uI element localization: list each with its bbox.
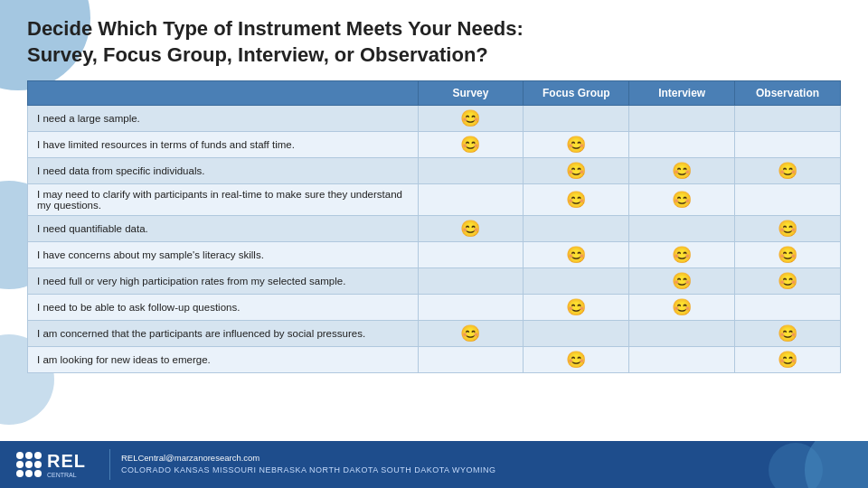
row-label: I need data from specific individuals. [28, 158, 419, 184]
row-label: I have limited resources in terms of fun… [28, 132, 419, 158]
table-row: I have limited resources in terms of fun… [28, 132, 841, 158]
table-row: I need to be able to ask follow-up quest… [28, 295, 841, 321]
row-cell-interview: 😊 [629, 295, 735, 321]
logo-dot [34, 452, 42, 459]
row-cell-interview: 😊 [629, 242, 735, 268]
logo-dot [34, 461, 42, 468]
row-cell-interview [629, 216, 735, 242]
smiley-icon: 😊 [566, 247, 586, 263]
row-cell-interview: 😊 [629, 184, 735, 216]
logo-dot [25, 461, 33, 468]
footer-divider [109, 449, 110, 480]
smiley-icon: 😊 [460, 325, 480, 342]
row-cell-interview [629, 321, 735, 347]
row-cell-observation [735, 132, 841, 158]
smiley-icon: 😊 [672, 192, 692, 208]
row-cell-interview [629, 106, 735, 132]
row-label: I need a large sample. [28, 106, 419, 132]
table-header-observation: Observation [735, 81, 841, 106]
row-cell-observation: 😊 [735, 216, 841, 242]
row-cell-survey: 😊 [418, 321, 524, 347]
row-label: I may need to clarify with participants … [28, 184, 419, 216]
smiley-icon: 😊 [778, 273, 797, 289]
table-header-interview: Interview [629, 81, 735, 106]
row-cell-focus_group [524, 106, 629, 132]
footer-info: RELCentral@marzanoresearch.com COLORADO … [121, 452, 496, 477]
table-row: I am looking for new ideas to emerge.😊😊 [28, 347, 841, 373]
row-label: I have concerns about my sample's litera… [28, 242, 419, 268]
logo-dot [16, 461, 24, 468]
smiley-icon: 😊 [672, 299, 692, 315]
smiley-icon: 😊 [566, 352, 586, 368]
row-cell-survey [418, 242, 524, 268]
smiley-icon: 😊 [566, 136, 586, 153]
logo-dot [25, 452, 33, 459]
table-row: I need a large sample.😊 [28, 106, 841, 132]
main-content: Decide Which Type of Instrument Meets Yo… [0, 0, 868, 373]
row-cell-survey [418, 184, 524, 216]
table-row: I am concerned that the participants are… [28, 321, 841, 347]
title-line2: Survey, Focus Group, Interview, or Obser… [27, 43, 488, 66]
smiley-icon: 😊 [778, 352, 797, 368]
row-cell-survey: 😊 [418, 216, 524, 242]
row-label: I need to be able to ask follow-up quest… [28, 295, 419, 321]
row-cell-focus_group [524, 216, 629, 242]
logo-text: REL [47, 451, 86, 471]
row-label: I am looking for new ideas to emerge. [28, 347, 419, 373]
logo-dots [16, 452, 42, 477]
footer-decorative-circles [687, 441, 868, 488]
row-cell-interview: 😊 [629, 158, 735, 184]
row-cell-survey [418, 347, 524, 373]
row-cell-focus_group: 😊 [524, 242, 629, 268]
logo-dot [25, 470, 33, 477]
row-cell-observation [735, 184, 841, 216]
row-cell-survey: 😊 [418, 106, 524, 132]
row-cell-observation: 😊 [735, 321, 841, 347]
table-row: I have concerns about my sample's litera… [28, 242, 841, 268]
logo-sub: CENTRAL [47, 472, 86, 478]
logo-dot [16, 452, 24, 459]
smiley-icon: 😊 [672, 163, 692, 179]
row-cell-survey: 😊 [418, 132, 524, 158]
page-title: Decide Which Type of Instrument Meets Yo… [27, 16, 841, 68]
table-header-focus-group: Focus Group [524, 81, 629, 106]
smiley-icon: 😊 [566, 163, 586, 179]
row-cell-interview [629, 347, 735, 373]
row-cell-focus_group [524, 321, 629, 347]
row-cell-focus_group [524, 268, 629, 295]
footer-email: RELCentral@marzanoresearch.com [121, 452, 496, 465]
row-cell-focus_group: 😊 [524, 347, 629, 373]
row-cell-survey [418, 158, 524, 184]
row-cell-focus_group: 😊 [524, 295, 629, 321]
row-cell-observation: 😊 [735, 268, 841, 295]
title-line1: Decide Which Type of Instrument Meets Yo… [27, 17, 524, 40]
smiley-icon: 😊 [566, 192, 586, 208]
row-cell-observation: 😊 [735, 242, 841, 268]
table-row: I need full or very high participation r… [28, 268, 841, 295]
row-cell-observation [735, 295, 841, 321]
row-cell-observation [735, 106, 841, 132]
smiley-icon: 😊 [460, 136, 480, 153]
row-label: I need full or very high participation r… [28, 268, 419, 295]
logo-dot [16, 470, 24, 477]
footer-states: COLORADO KANSAS MISSOURI NEBRASKA NORTH … [121, 465, 496, 477]
row-cell-observation: 😊 [735, 158, 841, 184]
row-label: I need quantifiable data. [28, 216, 419, 242]
row-cell-interview: 😊 [629, 268, 735, 295]
smiley-icon: 😊 [672, 273, 692, 289]
row-cell-survey [418, 268, 524, 295]
smiley-icon: 😊 [566, 299, 586, 315]
smiley-icon: 😊 [778, 163, 797, 179]
footer-logo: REL CENTRAL [16, 452, 86, 478]
smiley-icon: 😊 [778, 247, 797, 263]
footer: REL CENTRAL RELCentral@marzanoresearch.c… [0, 441, 868, 488]
smiley-icon: 😊 [778, 221, 797, 237]
logo-text-block: REL CENTRAL [47, 452, 86, 478]
table-row: I may need to clarify with participants … [28, 184, 841, 216]
smiley-icon: 😊 [778, 325, 797, 342]
table-header-survey: Survey [418, 81, 524, 106]
row-cell-focus_group: 😊 [524, 184, 629, 216]
smiley-icon: 😊 [672, 247, 692, 263]
table-row: I need data from specific individuals.😊😊… [28, 158, 841, 184]
table-row: I need quantifiable data.😊😊 [28, 216, 841, 242]
